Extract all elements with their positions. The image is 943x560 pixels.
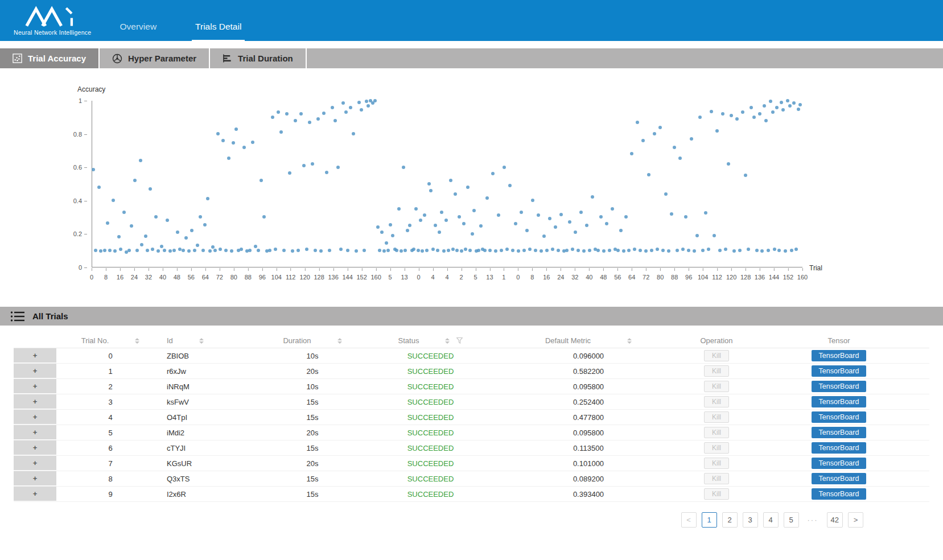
- tensor-cell: TensorBoard: [759, 411, 919, 423]
- duration-cell: 15s: [267, 475, 358, 483]
- expand-row-button[interactable]: +: [14, 440, 56, 455]
- tensorboard-button[interactable]: TensorBoard: [812, 365, 867, 377]
- scatter-point: [274, 248, 277, 251]
- tensorboard-button[interactable]: TensorBoard: [812, 458, 867, 469]
- tensorboard-button[interactable]: TensorBoard: [812, 427, 867, 438]
- scatter-point: [106, 221, 109, 225]
- sort-icon[interactable]: [445, 338, 450, 344]
- scatter-point: [454, 192, 457, 196]
- page-button-3[interactable]: 3: [743, 512, 758, 528]
- y-axis-ticks: 10.80.60.40.20: [60, 101, 88, 267]
- x-tick-label: 24: [131, 274, 138, 281]
- scatter-point: [187, 249, 191, 253]
- scatter-point: [644, 249, 648, 253]
- expand-row-button[interactable]: +: [14, 394, 56, 409]
- scatter-point: [545, 249, 549, 252]
- tab-trial-duration[interactable]: Trial Duration: [210, 48, 307, 68]
- expand-row-button[interactable]: +: [14, 379, 56, 394]
- scatter-point: [608, 249, 611, 252]
- tensorboard-button[interactable]: TensorBoard: [812, 396, 867, 407]
- tab-hyper-parameter[interactable]: Hyper Parameter: [100, 48, 210, 68]
- scatter-point: [647, 173, 650, 176]
- page-button-5[interactable]: 5: [784, 512, 799, 528]
- prev-page-button[interactable]: <: [681, 512, 697, 528]
- scatter-point: [588, 249, 591, 252]
- column-tensor: Tensor: [759, 336, 919, 345]
- kill-button[interactable]: Kill: [704, 381, 729, 392]
- kill-button[interactable]: Kill: [704, 411, 729, 423]
- page-button-1[interactable]: 1: [702, 512, 717, 528]
- scatter-point: [322, 112, 326, 115]
- expand-row-button[interactable]: +: [14, 348, 56, 363]
- next-page-button[interactable]: >: [848, 512, 863, 528]
- status-cell: SUCCEEDED: [358, 352, 503, 360]
- kill-button[interactable]: Kill: [704, 365, 729, 377]
- kill-button[interactable]: Kill: [704, 350, 729, 361]
- tensorboard-button[interactable]: TensorBoard: [812, 350, 867, 361]
- kill-button[interactable]: Kill: [704, 442, 729, 454]
- expand-row-button[interactable]: +: [14, 410, 56, 425]
- scatter-point: [297, 249, 300, 252]
- sort-icon[interactable]: [135, 338, 139, 344]
- sort-icon[interactable]: [627, 338, 632, 344]
- x-axis-title: Trial: [809, 264, 822, 272]
- expand-row-button[interactable]: +: [14, 425, 56, 440]
- kill-button[interactable]: Kill: [704, 427, 729, 438]
- scatter-point: [279, 130, 283, 134]
- kill-button[interactable]: Kill: [704, 473, 729, 484]
- scatter-point: [537, 213, 540, 217]
- expand-row-button[interactable]: +: [14, 487, 56, 501]
- scatter-point: [429, 189, 433, 192]
- expand-row-button[interactable]: +: [14, 471, 56, 486]
- nav-trials-detail[interactable]: Trials Detail: [192, 22, 245, 41]
- scatter-point: [724, 248, 727, 251]
- scatter-point: [391, 234, 394, 237]
- scatter-point: [221, 139, 225, 142]
- trial-id-cell: KGsUR: [164, 459, 267, 468]
- scatter-point: [579, 211, 583, 214]
- kill-button[interactable]: Kill: [704, 458, 729, 469]
- tensorboard-button[interactable]: TensorBoard: [812, 442, 867, 454]
- scatter-point: [767, 249, 770, 252]
- page-button-last[interactable]: 42: [827, 512, 843, 528]
- scatter-point: [514, 222, 517, 225]
- scatter-point: [444, 219, 448, 222]
- status-cell: SUCCEEDED: [358, 367, 503, 376]
- sort-icon[interactable]: [337, 338, 342, 344]
- nav-overview[interactable]: Overview: [117, 22, 160, 41]
- scatter-point: [367, 104, 370, 108]
- scatter-point: [427, 182, 431, 186]
- tensorboard-button[interactable]: TensorBoard: [812, 473, 867, 484]
- scatter-point: [305, 248, 308, 251]
- tensorboard-button[interactable]: TensorBoard: [812, 381, 867, 392]
- scatter-point: [548, 217, 551, 220]
- x-tick-label: 0: [90, 274, 93, 281]
- trial-id-cell: Q3xTS: [164, 475, 267, 483]
- scatter-point: [738, 249, 742, 252]
- table-row: +6cTYJI15sSUCCEEDED0.113500KillTensorBoa…: [14, 440, 929, 456]
- expand-row-button[interactable]: +: [14, 364, 56, 378]
- x-tick-label: 64: [628, 274, 635, 281]
- sort-icon[interactable]: [199, 338, 204, 344]
- scatter-point: [585, 224, 588, 227]
- tensor-cell: TensorBoard: [759, 488, 919, 500]
- kill-button[interactable]: Kill: [704, 396, 729, 407]
- duration-cell: 20s: [267, 459, 358, 468]
- x-axis-ticks: 0816243240485664728088961041121201281361…: [92, 269, 802, 283]
- filter-icon[interactable]: [456, 337, 463, 344]
- scatter-point: [94, 249, 97, 252]
- expand-row-button[interactable]: +: [14, 456, 56, 471]
- scatter-point: [531, 199, 534, 202]
- tensorboard-button[interactable]: TensorBoard: [812, 488, 867, 500]
- tensorboard-button[interactable]: TensorBoard: [812, 411, 867, 423]
- scatter-point: [798, 103, 802, 106]
- tab-trial-accuracy[interactable]: Trial Accuracy: [0, 48, 100, 68]
- scatter-point: [314, 249, 317, 252]
- scatter-point: [216, 132, 220, 135]
- page-button-4[interactable]: 4: [763, 512, 779, 528]
- x-tick-label: 2: [459, 274, 463, 281]
- page-button-2[interactable]: 2: [722, 512, 738, 528]
- scatter-point: [196, 244, 199, 247]
- x-tick-label: 80: [230, 274, 237, 281]
- kill-button[interactable]: Kill: [704, 488, 729, 500]
